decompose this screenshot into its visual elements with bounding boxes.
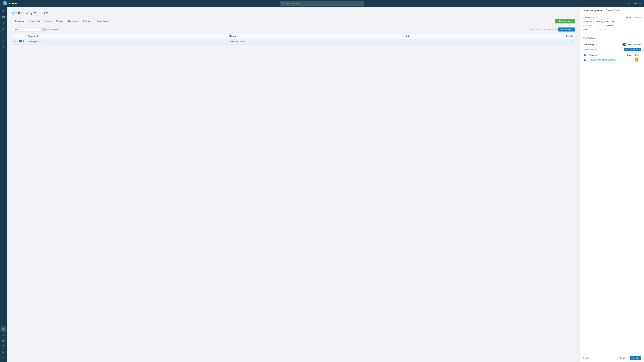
tab-settings[interactable]: Settings <box>81 18 94 24</box>
sidebar-item-help[interactable]: ? <box>1 344 6 349</box>
global-search-input[interactable] <box>280 1 364 6</box>
platform-icon: ✕ <box>229 40 230 43</box>
sidebar-item-tags[interactable]: 🏷 <box>1 26 6 32</box>
select-targets-header: Select targets Hide unassigned <box>583 43 641 45</box>
table-header-row: Credential ▲ Platform Note Targets <box>12 34 575 39</box>
add-target-label: Add new target <box>626 48 638 50</box>
user-avatar-icon[interactable]: 👤 <box>639 2 641 4</box>
select-all-targets-checkbox[interactable] <box>584 54 586 56</box>
add-credential-label: + Credential <box>562 28 573 31</box>
add-icon: + <box>560 28 561 31</box>
th-platform[interactable]: Platform <box>227 34 404 39</box>
sidebar-item-network[interactable]: 🔗 <box>1 332 6 338</box>
hide-inactive-toggle-container: Hide inactive <box>40 28 58 31</box>
cancel-button[interactable]: Cancel <box>618 356 629 360</box>
reuse-credential-button[interactable]: Reuse Credential ▾ <box>626 16 641 18</box>
advanced-label: ADVANCED <box>583 37 594 39</box>
credentials-table: Credential ▲ Platform Note Targets demo@… <box>12 34 575 44</box>
credentials-section-label: CREDENTIALS Reuse Credential ▾ <box>583 16 641 18</box>
hide-unassigned-toggle[interactable] <box>622 43 627 45</box>
tab-targets[interactable]: Targets <box>42 18 54 24</box>
targets-table: Target ▲ Note Test NutanixPrismCentral.v… <box>583 53 641 62</box>
discover-more-button[interactable]: + Discover More <box>555 19 575 23</box>
target-row[interactable]: NutanixPrismCentral.vscope.... ⚡ <box>583 57 641 62</box>
footer-right-actions: Cancel Update <box>618 356 641 360</box>
th-note[interactable]: Note <box>404 34 478 39</box>
th-credential[interactable]: Credential ▲ <box>26 34 227 39</box>
hide-unassigned-label: Hide unassigned <box>628 43 641 45</box>
panel-platform-icon: ✕ <box>604 9 606 11</box>
search-icon: 🔍 <box>282 2 284 4</box>
sidebar-item-flag[interactable]: ⚑ <box>1 38 6 44</box>
tabs-row: Discovery Credentials Targets Proxies Sc… <box>12 18 575 24</box>
delete-selected-button: 🗑 Delete selected <box>540 28 557 31</box>
sidebar-item-servers[interactable]: 🖥 <box>1 20 6 26</box>
row-active-toggle[interactable] <box>19 40 24 42</box>
sidebar-item-discovery[interactable]: ◎ <box>1 327 6 332</box>
globe-icon: 🌐 <box>628 2 630 4</box>
tab-schedules[interactable]: Schedules <box>66 18 81 24</box>
username-field-row: Username demo@vscope.com <box>583 20 641 23</box>
logo-icon: vS <box>3 1 7 5</box>
table-row[interactable]: demo@vscope.com ✕ Nutanix Central 1 <box>12 39 575 44</box>
row-credential-cell: demo@vscope.com <box>26 39 227 44</box>
tab-discovery[interactable]: Discovery <box>12 18 26 24</box>
target-select-cell <box>583 57 588 62</box>
row-targets-cell: 1 <box>478 39 575 44</box>
target-name-badge[interactable]: NutanixPrismCentral.vscope.... <box>590 58 617 61</box>
page-header-icon: ◎ <box>12 11 15 15</box>
add-credential-button[interactable]: + + Credential <box>558 27 575 31</box>
add-new-target-button[interactable]: Add new target ▾ <box>624 48 641 51</box>
th-target-test: Test <box>634 53 641 57</box>
target-checkbox[interactable] <box>584 59 586 61</box>
th-credential-label: Credential <box>28 35 38 37</box>
row-toggle-cell[interactable] <box>17 39 26 44</box>
dropdown-arrow-icon: ▾ <box>639 48 640 51</box>
th-target-select <box>583 53 588 57</box>
app-logo[interactable]: vS vScope <box>3 1 16 5</box>
sidebar-item-dollar[interactable]: $ <box>1 44 6 50</box>
sidebar-item-charts[interactable]: 📊 <box>1 14 6 20</box>
sidebar-item-video[interactable]: ▶ <box>1 349 6 355</box>
hide-inactive-toggle[interactable] <box>40 28 46 31</box>
credentials-search-input[interactable] <box>12 27 39 32</box>
select-targets-section: Select targets Hide unassigned Add new t… <box>580 41 644 354</box>
sidebar-item-share[interactable]: ↗ <box>1 32 6 38</box>
note-label: Note <box>583 28 596 31</box>
reuse-credential-label: Reuse Credential <box>626 16 640 18</box>
sidebar-item-security[interactable]: 🔐 <box>1 338 6 343</box>
tab-suggestions[interactable]: Suggestions <box>94 18 110 24</box>
left-sidebar: ⊞ 📊 🖥 🏷 ↗ ⚑ $ ◎ 🔗 🔐 ? ▶ › <box>0 7 7 362</box>
sidebar-item-expand[interactable]: › <box>1 355 6 360</box>
targets-header-row: Target ▲ Note Test <box>583 53 641 57</box>
rediscover-button: ↺ Rediscover <box>526 28 539 31</box>
targets-search-input[interactable] <box>583 48 623 51</box>
th-target-name[interactable]: Target ▲ <box>588 53 626 57</box>
credentials-toolbar: Hide inactive ↺ Rediscover 🗑 Delete sele… <box>12 27 575 32</box>
row-indicator-cell <box>12 39 17 44</box>
hide-inactive-label: Hide inactive <box>47 28 58 31</box>
username-value: demo@vscope.com <box>596 20 641 23</box>
advanced-toggle-button[interactable]: ADVANCED ▶ <box>583 37 641 39</box>
target-test-cell: ⚡ <box>634 57 641 62</box>
password-value: •••••••••••••••• <box>596 24 641 27</box>
th-targets[interactable]: Targets <box>478 34 575 39</box>
top-navigation: vS vScope 🔍 🌐 None 👤 <box>0 0 644 7</box>
target-note-cell <box>626 57 634 62</box>
top-nav-right: 🌐 None 👤 <box>628 2 641 4</box>
row-platform-cell: ✕ Nutanix Central <box>227 39 404 44</box>
update-button[interactable]: Update <box>630 356 641 360</box>
delete-credential-button[interactable]: Delete <box>583 357 589 359</box>
panel-close-button[interactable]: × <box>640 9 641 12</box>
test-target-button[interactable]: ⚡ <box>635 58 638 61</box>
page-header: ◎ Discovery Manager <box>12 11 575 15</box>
tab-proxies[interactable]: Proxies <box>54 18 66 24</box>
credential-badge[interactable]: demo@vscope.com <box>28 40 47 43</box>
credentials-label-text: CREDENTIALS <box>583 16 597 18</box>
credential-detail-panel: demo@vscope.com ✕ Nutanix Central × CRED… <box>580 7 644 362</box>
tab-credentials[interactable]: Credentials <box>26 18 42 24</box>
panel-footer: Delete Cancel Update <box>580 354 644 362</box>
password-field-row: Password •••••••••••••••• <box>583 24 641 27</box>
delete-icon: 🗑 <box>540 28 542 31</box>
sidebar-item-home[interactable]: ⊞ <box>1 8 6 14</box>
